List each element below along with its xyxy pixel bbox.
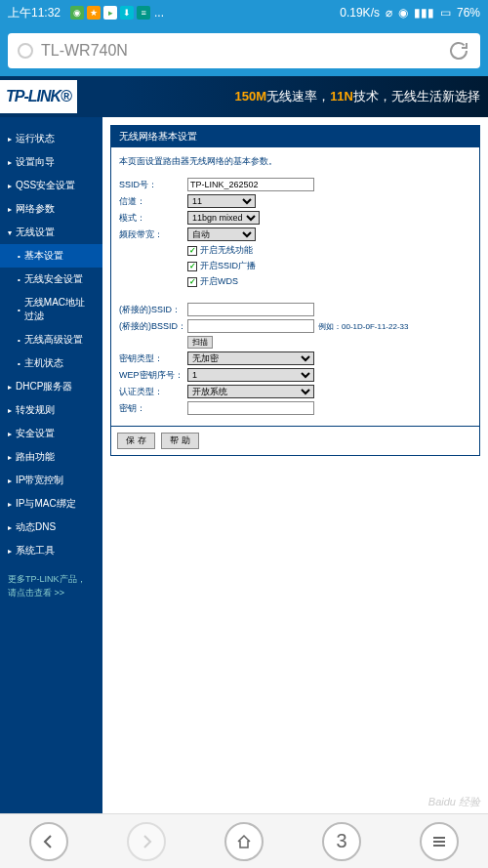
- key-label: 密钥：: [119, 402, 187, 415]
- nav-item[interactable]: IP与MAC绑定: [0, 492, 102, 516]
- ssid-label: SSID号：: [119, 179, 187, 191]
- save-button[interactable]: 保 存: [117, 433, 155, 449]
- scan-button[interactable]: 扫描: [187, 336, 213, 349]
- banner-hl2: 11N: [330, 89, 353, 103]
- bridge-bssid-label: (桥接的)BSSID：: [119, 320, 187, 333]
- mode-select[interactable]: 11bgn mixed: [187, 211, 260, 225]
- bridge-ssid-label: (桥接的)SSID：: [119, 304, 187, 316]
- nav-item[interactable]: IP带宽控制: [0, 469, 102, 492]
- signal-icon: ▮▮▮: [414, 6, 434, 20]
- url-text: TL-WR740N: [41, 42, 128, 60]
- auth-label: 认证类型：: [119, 386, 187, 398]
- nav-item[interactable]: 无线MAC地址过滤: [0, 291, 102, 328]
- tabs-button[interactable]: 3: [322, 822, 361, 861]
- nav-item[interactable]: 系统工具: [0, 539, 102, 562]
- forward-button[interactable]: [127, 822, 166, 861]
- watermark: Baidu 经验: [428, 795, 480, 809]
- refresh-icon[interactable]: [447, 39, 470, 62]
- status-app-icons: ◉ ★ ▸ ⬇ ≡: [70, 6, 150, 20]
- home-button[interactable]: [224, 822, 264, 861]
- chk2-label: 开启SSID广播: [200, 260, 256, 272]
- nav-item[interactable]: QSS安全设置: [0, 174, 102, 197]
- nav-item[interactable]: 转发规则: [0, 398, 102, 422]
- nav-item[interactable]: 网络参数: [0, 197, 102, 221]
- ssid-input[interactable]: [187, 178, 314, 191]
- banner-hl1: 150M: [235, 89, 267, 103]
- nav-item[interactable]: DHCP服务器: [0, 375, 102, 398]
- bssid-note: 例如：00-1D-0F-11-22-33: [318, 321, 408, 332]
- status-time: 上午11:32: [8, 5, 61, 21]
- nav-item[interactable]: 基本设置: [0, 244, 102, 268]
- nav-item[interactable]: 设置向导: [0, 150, 102, 174]
- banner-t1: 无线速率，: [266, 89, 330, 103]
- bridge-bssid-input[interactable]: [187, 319, 314, 333]
- bandwidth-select[interactable]: 自动: [187, 227, 256, 241]
- wep-select[interactable]: 1: [187, 368, 314, 382]
- nav-item[interactable]: 路由功能: [0, 445, 102, 469]
- settings-panel: 无线网络基本设置 本页面设置路由器无线网络的基本参数。 SSID号： 信道：11…: [110, 125, 480, 456]
- mute-icon: ⌀: [386, 6, 392, 20]
- panel-title: 无线网络基本设置: [111, 126, 479, 147]
- menu-button[interactable]: [420, 822, 459, 861]
- url-input[interactable]: TL-WR740N: [8, 33, 480, 68]
- ssid-broadcast-checkbox[interactable]: ✓: [187, 262, 197, 271]
- channel-select[interactable]: 11: [187, 194, 256, 208]
- battery-icon: ▭: [440, 6, 451, 20]
- site-icon: [18, 43, 33, 59]
- battery-pct: 76%: [457, 6, 480, 20]
- bridge-ssid-input[interactable]: [187, 303, 314, 316]
- back-button[interactable]: [29, 822, 68, 861]
- key-input[interactable]: [187, 401, 314, 415]
- auth-select[interactable]: 开放系统: [187, 385, 314, 398]
- status-dots: ...: [154, 6, 164, 20]
- wep-label: WEP密钥序号：: [119, 369, 187, 382]
- chk1-label: 开启无线功能: [200, 244, 253, 257]
- panel-desc: 本页面设置路由器无线网络的基本参数。: [119, 155, 471, 168]
- key-type-select[interactable]: 无加密: [187, 351, 314, 365]
- nav-item[interactable]: 无线高级设置: [0, 328, 102, 351]
- wifi-icon: ◉: [398, 6, 408, 20]
- status-speed: 0.19K/s: [340, 6, 380, 20]
- key-type-label: 密钥类型：: [119, 352, 187, 365]
- nav-item[interactable]: 运行状态: [0, 127, 102, 150]
- nav-item[interactable]: 无线设置: [0, 221, 102, 244]
- sidebar: 运行状态设置向导QSS安全设置网络参数无线设置基本设置无线安全设置无线MAC地址…: [0, 117, 102, 859]
- chk3-label: 开启WDS: [200, 275, 238, 288]
- mode-label: 模式：: [119, 212, 187, 225]
- wireless-checkbox[interactable]: ✓: [187, 246, 197, 256]
- nav-item[interactable]: 安全设置: [0, 422, 102, 445]
- nav-item[interactable]: 主机状态: [0, 351, 102, 375]
- header-banner: TP-LINK® 150M无线速率，11N技术，无线生活新选择: [0, 76, 488, 117]
- nav-item[interactable]: 动态DNS: [0, 516, 102, 539]
- help-button[interactable]: 帮 助: [161, 433, 199, 449]
- bottom-nav: 3: [0, 813, 488, 868]
- channel-label: 信道：: [119, 195, 187, 208]
- nav-item[interactable]: 无线安全设置: [0, 268, 102, 291]
- tplink-logo: TP-LINK®: [0, 80, 77, 113]
- nav-promo[interactable]: 更多TP-LINK产品，请点击查看 >>: [0, 562, 102, 610]
- wds-checkbox[interactable]: ✓: [187, 277, 197, 287]
- banner-t2: 技术，无线生活新选择: [353, 89, 480, 103]
- bandwidth-label: 频段带宽：: [119, 228, 187, 241]
